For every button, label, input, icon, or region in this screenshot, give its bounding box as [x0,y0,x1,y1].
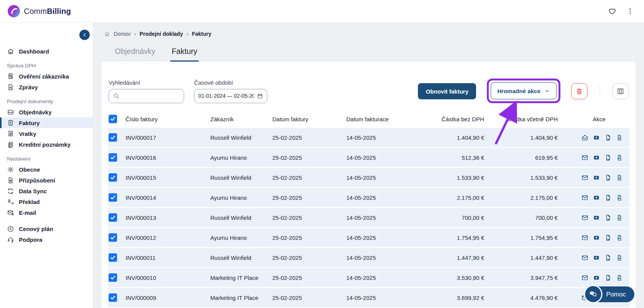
receipt-percent-icon [7,73,14,80]
xml-download-icon[interactable]: XML [616,194,623,201]
preview-icon[interactable] [593,174,600,181]
cell-billing-date: 14-05-2025 [346,234,418,241]
preview-icon[interactable] [593,154,600,161]
table-row[interactable]: INV/000014Ayumu Hirano25-02-202514-05-20… [108,188,629,207]
sidebar-item-objedn-vky[interactable]: Objednávky [0,107,93,117]
help-button[interactable]: Pomoc [584,285,634,303]
refresh-invoices-button[interactable]: Obnovit faktury [418,83,476,99]
period-label: Časové období [194,79,267,86]
sidebar-item-label: Data Sync [19,188,47,194]
sidebar-item-e-mail[interactable]: E-mail [0,207,93,218]
row-checkbox[interactable] [109,253,117,262]
column-header: Částka bez DPH [418,116,486,122]
sidebar-nav: DashboardSpráva DPHOvěření zákazníkaZprá… [0,40,93,245]
sidebar-item-label: Faktury [19,120,40,126]
sidebar-item-p-izp-soben-[interactable]: Přizpůsobení [0,175,93,186]
sidebar-item-ov-en-z-kazn-ka[interactable]: Ověření zákazníka [0,71,93,82]
export-icon[interactable] [604,214,612,221]
sidebar-item-data-sync[interactable]: Data Sync [0,186,93,196]
preview-icon[interactable] [593,274,600,281]
table-row[interactable]: INV/000017Russell Winfield25-02-202514-0… [108,128,629,147]
toolbar-divider [600,84,600,98]
xml-download-icon[interactable]: XML [616,214,623,221]
delete-button[interactable] [571,83,587,99]
xml-download-icon[interactable]: XML [616,254,623,261]
export-icon[interactable] [604,274,612,281]
column-settings-button[interactable] [612,83,629,99]
cell-amount-gross: 1.754,95 € [486,234,559,241]
search-input[interactable] [122,93,180,99]
xml-download-icon[interactable]: XML [616,234,623,241]
cell-invoice-date: 25-02-2025 [272,214,346,221]
table-row[interactable]: INV/000016Ayumu Hirano25-02-202514-05-20… [108,148,629,167]
row-checkbox[interactable] [109,233,117,242]
table-row[interactable]: INV/000012Ayumu Hirano25-02-202514-05-20… [108,228,629,247]
sidebar-item-obecne[interactable]: Obecne [0,164,93,175]
cell-billing-date: 14-05-2025 [346,254,418,261]
row-checkbox[interactable] [109,213,117,222]
xml-download-icon[interactable]: XML [616,134,623,141]
sidebar-item-podpora[interactable]: Podpora [0,234,93,245]
breadcrumb-item[interactable]: Faktury [192,31,211,37]
breadcrumb-item[interactable]: Domov [114,31,131,37]
row-checkbox[interactable] [109,133,117,142]
table-row[interactable]: INV/000011Russell Winfield25-02-202514-0… [108,248,629,267]
preview-icon[interactable] [593,194,600,201]
export-icon[interactable] [604,194,612,201]
tab-faktury[interactable]: Faktury [170,47,199,62]
row-checkbox[interactable] [109,273,117,282]
date-range-input[interactable]: 01-01-2024 — 02-05-202 [194,89,267,103]
tab-objedn-vky[interactable]: Objednávky [113,47,157,62]
export-icon[interactable] [604,134,612,141]
chat-icon-circle [584,285,602,303]
mail-icon[interactable] [581,214,589,221]
table-row[interactable]: INV/000010Marketing IT Place25-02-202514… [108,268,629,287]
sidebar-item-p-eklad[interactable]: APřeklad [0,196,93,207]
trash-icon [575,87,583,95]
table-row[interactable]: INV/000009Marketing IT Place25-02-202514… [108,288,629,307]
table-row[interactable]: INV/000015Russell Winfield25-02-202514-0… [108,168,629,187]
mail-icon[interactable] [581,134,589,141]
mail-icon[interactable] [581,154,589,161]
row-checkbox[interactable] [109,193,117,202]
preview-icon[interactable] [593,214,600,221]
breadcrumb-item[interactable]: Prodejní doklady [139,31,183,37]
heart-icon[interactable] [608,7,616,15]
mail-icon[interactable] [581,234,589,241]
chat-icon [589,290,598,299]
mail-icon[interactable] [581,274,589,281]
xml-download-icon[interactable]: XML [616,274,623,281]
row-checkbox[interactable] [109,153,117,162]
sidebar-item-label: Podpora [19,236,42,243]
bulk-actions-button[interactable]: Hromadné akce [491,82,557,99]
sidebar-item-faktury[interactable]: €Faktury [0,117,93,128]
column-header: Zákazník [210,116,272,122]
row-checkbox[interactable] [109,293,117,302]
preview-icon[interactable] [593,254,600,261]
mail-icon[interactable] [581,174,589,181]
preview-icon[interactable] [593,234,600,241]
preview-icon[interactable] [593,134,600,141]
mail-icon[interactable] [581,254,589,261]
select-all-checkbox[interactable] [109,115,117,123]
sidebar-collapse-button[interactable] [79,30,90,40]
export-icon[interactable] [604,154,612,161]
table-row[interactable]: INV/000013Russell Winfield25-02-202514-0… [108,208,629,227]
bulk-actions-label: Hromadné akce [497,88,540,94]
export-icon[interactable] [604,254,612,261]
sidebar-item-cenov-pl-n[interactable]: €Cenový plán [0,223,93,234]
row-checkbox-cell [108,193,126,202]
row-actions: XML [559,194,629,201]
sidebar-item-zpr-vy[interactable]: Zprávy [0,82,93,92]
row-checkbox-cell [108,213,126,222]
xml-download-icon[interactable]: XML [616,154,623,161]
export-icon[interactable] [604,174,612,181]
sidebar-item-dashboard[interactable]: Dashboard [0,46,93,57]
kebab-menu-icon[interactable] [626,7,634,15]
sidebar-item-kreditn-pozn-mky[interactable]: Kreditní poznámky [0,139,93,150]
sidebar-item-vratky[interactable]: Vratky [0,128,93,139]
export-icon[interactable] [604,234,612,241]
row-checkbox[interactable] [109,173,117,182]
xml-download-icon[interactable]: XML [616,174,623,181]
mail-icon[interactable] [581,194,589,201]
